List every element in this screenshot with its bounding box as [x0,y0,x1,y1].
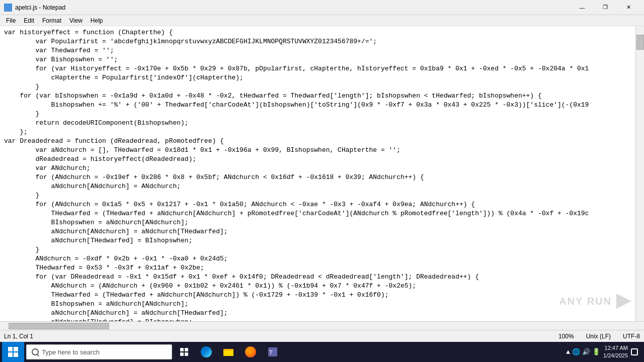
edge-icon [201,346,212,357]
svg-text:T: T [269,349,273,355]
menu-help[interactable]: Help [87,16,107,25]
zoom-level: 100% [558,333,574,340]
purple-app-icon: T [267,346,278,357]
app-icon [4,4,12,12]
svg-rect-1 [180,348,184,351]
cursor-position: Ln 1, Col 1 [4,333,33,340]
battery-icon[interactable]: 🔋 [592,348,600,356]
tray-expand-icon[interactable]: ▲ [566,348,570,356]
editor-container: var historyeffect = function (Chapterthe… [0,26,644,321]
svg-rect-6 [223,350,233,356]
vertical-scrollbar[interactable] [635,26,644,321]
restore-button[interactable]: ❐ [594,0,617,15]
status-bar: Ln 1, Col 1 100% Unix (LF) UTF-8 [0,330,644,342]
status-right: 100% Unix (LF) UTF-8 [558,333,640,340]
scrollbar-thumb[interactable] [636,35,644,50]
svg-rect-4 [185,352,188,356]
menu-edit[interactable]: Edit [20,16,38,25]
search-placeholder: Type here to search [42,348,100,356]
hscrollbar-thumb[interactable] [9,323,109,329]
purple-app-button[interactable]: T [263,342,283,362]
close-button[interactable]: ✕ [617,0,640,15]
title-bar-buttons: — ❐ ✕ [571,0,640,15]
search-icon [32,348,39,355]
task-view-icon [180,347,189,356]
title-bar-left: apetci.js - Notepad [4,4,65,12]
network-icon[interactable]: 🌐 [572,348,580,356]
windows-logo [8,347,18,357]
svg-rect-2 [185,348,188,351]
horizontal-scrollbar[interactable] [0,321,644,330]
start-button[interactable] [2,342,24,362]
minimize-button[interactable]: — [571,0,594,15]
file-explorer-button[interactable] [218,342,238,362]
code-content: var historyeffect = function (Chapterthe… [0,28,635,321]
menu-file[interactable]: File [2,16,20,25]
clock[interactable]: 12:47 AM 1/24/2025 [603,344,628,360]
taskbar-right: ▲ 🌐 🔊 🔋 12:47 AM 1/24/2025 [566,344,642,360]
task-view-button[interactable] [174,342,194,362]
title-bar-title: apetci.js - Notepad [15,4,65,11]
file-explorer-icon [223,346,234,357]
notification-icon[interactable] [631,348,638,355]
title-bar: apetci.js - Notepad — ❐ ✕ [0,0,644,15]
firefox-icon [245,346,256,357]
clock-time: 12:47 AM [603,344,628,352]
menu-view[interactable]: View [65,16,87,25]
volume-icon[interactable]: 🔊 [582,348,590,356]
taskbar-search[interactable]: Type here to search [26,344,172,359]
firefox-button[interactable] [240,342,261,362]
line-ending: Unix (LF) [586,333,611,340]
taskbar: Type here to search T [0,342,644,362]
menu-bar: File Edit Format View Help [0,15,644,26]
encoding: UTF-8 [623,333,640,340]
editor-scroll[interactable]: var historyeffect = function (Chapterthe… [0,26,635,321]
system-tray: ▲ 🌐 🔊 🔋 [566,348,600,356]
menu-format[interactable]: Format [38,16,65,25]
svg-rect-7 [223,349,227,351]
edge-icon-button[interactable] [196,342,216,362]
clock-date: 1/24/2025 [603,352,628,359]
svg-rect-3 [180,352,184,356]
